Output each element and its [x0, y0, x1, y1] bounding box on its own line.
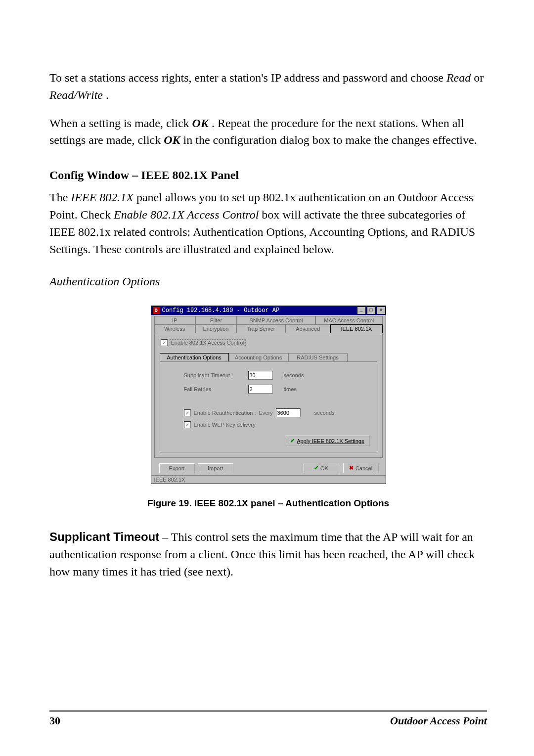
figure-19: D Config 192.168.4.180 - Outdoor AP _ □ …: [49, 306, 487, 484]
import-label: Import: [208, 465, 223, 471]
enable-reauth-label: Enable Reauthentication :: [194, 410, 256, 416]
para2-ok1: OK: [192, 117, 209, 130]
maximize-button[interactable]: □: [367, 307, 376, 314]
export-button[interactable]: Export: [159, 463, 195, 473]
para3-ieee: IEEE 802.1X: [71, 191, 134, 204]
config-window: D Config 192.168.4.180 - Outdoor AP _ □ …: [151, 306, 386, 484]
tab-filter[interactable]: Filter: [195, 316, 237, 324]
tab-mac-access-control[interactable]: MAC Access Control: [315, 316, 382, 324]
cancel-label: Cancel: [356, 465, 372, 471]
para1-readwrite: Read/Write: [49, 89, 103, 101]
tab-wireless[interactable]: Wireless: [154, 324, 195, 333]
inner-tabs: Authentication Options Accounting Option…: [160, 353, 377, 361]
para2-a: When a setting is made, click: [49, 117, 192, 130]
x-icon: ✖: [349, 465, 354, 471]
supplicant-timeout-unit: seconds: [284, 372, 304, 378]
auth-options-body: Supplicant Timeout : 30 seconds Fail Ret…: [160, 361, 377, 452]
page-footer: 30 Outdoor Access Point: [49, 711, 487, 727]
para3-a: The: [49, 191, 71, 204]
enable-wep-label: Enable WEP Key delivery: [194, 422, 256, 428]
tab-snmp-access-control[interactable]: SNMP Access Control: [237, 316, 315, 324]
export-label: Export: [169, 465, 185, 471]
para1-lead: To set a stations access rights, enter a…: [49, 71, 446, 84]
tab-advanced[interactable]: Advanced: [285, 324, 330, 333]
enable-wep-checkbox[interactable]: ✓: [184, 421, 191, 428]
subheading-auth-options: Authentication Options: [49, 275, 487, 288]
paragraph-access-rights: To set a stations access rights, enter a…: [49, 69, 487, 104]
fail-retries-label: Fail Retries: [184, 386, 248, 392]
apply-label: Apply IEEE 802.1X Settings: [297, 438, 364, 444]
app-icon: D: [152, 307, 160, 314]
bottom-button-row: Export Import ✔ OK ✖ Cancel: [151, 460, 386, 475]
statusbar: IEEE 802.1X: [151, 475, 386, 484]
checkmark-icon: ✔: [314, 465, 318, 471]
enable-8021x-row: ✓ Enable 802.1X Access Control: [161, 339, 377, 346]
supplicant-timeout-input[interactable]: 30: [248, 371, 273, 380]
reauth-interval-input[interactable]: 3600: [276, 408, 301, 417]
outer-tabs-row1: IP Filter SNMP Access Control MAC Access…: [151, 315, 386, 324]
fail-retries-row: Fail Retries 2 times: [184, 385, 372, 394]
para1-read: Read: [446, 71, 471, 84]
document-page: To set a stations access rights, enter a…: [0, 0, 534, 756]
import-button[interactable]: Import: [198, 463, 233, 473]
outer-tabs-row2: Wireless Encryption Trap Server Advanced…: [151, 324, 386, 333]
paragraph-ok-procedure: When a setting is made, click OK . Repea…: [49, 115, 487, 149]
para1-end: .: [106, 89, 109, 101]
inner-tab-radius[interactable]: RADIUS Settings: [288, 353, 348, 361]
reauth-unit: seconds: [314, 410, 335, 416]
para3-enable: Enable 802.1X Access Control: [114, 208, 259, 221]
checkmark-icon: ✔: [290, 438, 295, 444]
supplicant-timeout-label: Supplicant Timeout :: [184, 372, 248, 378]
footer-title: Outdoor Access Point: [390, 714, 487, 727]
para1-or: or: [474, 71, 484, 84]
tab-encryption[interactable]: Encryption: [195, 324, 236, 333]
supplicant-timeout-row: Supplicant Timeout : 30 seconds: [184, 371, 372, 380]
tab-trap-server[interactable]: Trap Server: [236, 324, 285, 333]
page-number: 30: [49, 714, 60, 727]
fail-retries-unit: times: [284, 386, 297, 392]
cancel-button[interactable]: ✖ Cancel: [343, 463, 379, 473]
reauth-row: ✓ Enable Reauthentication : Every 3600 s…: [184, 408, 372, 417]
para2-c: in the configuration dialog box to make …: [183, 133, 477, 146]
paragraph-ieee-intro: The IEEE 802.1X panel allows you to set …: [49, 189, 487, 258]
figure-caption: Figure 19. IEEE 802.1X panel – Authentic…: [49, 498, 487, 509]
supplicant-timeout-term: Supplicant Timeout: [49, 530, 159, 543]
enable-8021x-label: Enable 802.1X Access Control: [170, 339, 246, 346]
reauth-every-label: Every: [259, 410, 272, 416]
tab-ip[interactable]: IP: [154, 316, 196, 324]
enable-8021x-checkbox[interactable]: ✓: [161, 339, 168, 346]
minimize-button[interactable]: _: [357, 307, 366, 314]
inner-tab-auth[interactable]: Authentication Options: [160, 353, 229, 361]
ok-button[interactable]: ✔ OK: [304, 463, 339, 473]
apply-ieee-settings-button[interactable]: ✔ Apply IEEE 802.1X Settings: [285, 436, 369, 446]
window-title: Config 192.168.4.180 - Outdoor AP: [162, 307, 280, 314]
para2-ok2: OK: [164, 133, 180, 146]
close-button[interactable]: ×: [377, 307, 386, 314]
enable-reauth-checkbox[interactable]: ✓: [184, 409, 191, 416]
ok-label: OK: [320, 465, 328, 471]
wep-row: ✓ Enable WEP Key delivery: [184, 421, 372, 428]
paragraph-supplicant-timeout: Supplicant Timeout – This control sets t…: [49, 529, 487, 580]
titlebar: D Config 192.168.4.180 - Outdoor AP _ □ …: [151, 306, 386, 315]
ieee-panel-body: ✓ Enable 802.1X Access Control Authentic…: [154, 333, 383, 458]
tab-ieee-8021x[interactable]: IEEE 802.1X: [330, 324, 382, 333]
inner-tab-accounting[interactable]: Accounting Options: [229, 353, 288, 361]
fail-retries-input[interactable]: 2: [248, 385, 273, 394]
section-heading: Config Window – IEEE 802.1X Panel: [49, 169, 487, 182]
